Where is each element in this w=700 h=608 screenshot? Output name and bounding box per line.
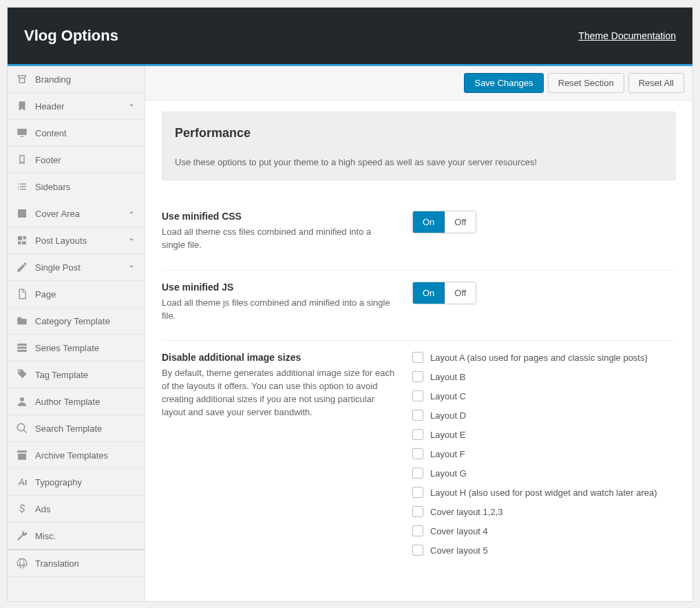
sidebar-label: Search Template [35, 423, 102, 434]
checkbox-layout-g[interactable]: Layout G [412, 468, 676, 479]
checkbox-label: Cover layout 4 [430, 526, 488, 536]
square-icon [16, 207, 28, 220]
sidebar-item-ads[interactable]: Ads [8, 496, 145, 523]
sidebar-item-typography[interactable]: Typography [8, 469, 145, 496]
checkbox-icon [412, 506, 423, 517]
toggle-minified-css[interactable]: On Off [412, 211, 476, 233]
sidebar-item-content[interactable]: Content [8, 120, 145, 147]
sidebar-label: Cover Area [35, 209, 80, 219]
checkbox-icon [412, 352, 423, 363]
checkbox-label: Cover layout 5 [430, 545, 488, 556]
options-panel: Vlog Options Theme Documentation Brandin… [7, 7, 693, 602]
checkbox-label: Layout H (also used for post widget and … [430, 488, 657, 498]
sidebar-label: Author Template [35, 397, 100, 407]
sidebar-item-tag-template[interactable]: Tag Template [8, 361, 145, 388]
section-header: Performance Use these options to put you… [162, 112, 676, 180]
documentation-link[interactable]: Theme Documentation [578, 30, 676, 41]
sidebar-label: Tag Template [35, 370, 88, 380]
checkbox-icon [412, 429, 423, 440]
checkbox-cover-5[interactable]: Cover layout 5 [412, 545, 676, 556]
sidebar-menu: Branding Header Content Footer Si [8, 66, 145, 577]
globe-icon [16, 557, 28, 569]
sidebar-label: Misc. [35, 531, 56, 541]
sidebar-item-misc[interactable]: Misc. [8, 523, 145, 549]
sidebar-item-post-layouts[interactable]: Post Layouts [8, 227, 145, 254]
checkbox-label: Layout D [430, 410, 466, 421]
sidebar-label: Header [35, 101, 65, 112]
checkbox-layout-c[interactable]: Layout C [412, 390, 676, 401]
checkbox-label: Layout F [430, 449, 465, 459]
checkbox-label: Layout B [430, 372, 465, 382]
sidebar-item-author-template[interactable]: Author Template [8, 388, 145, 415]
save-changes-button[interactable]: Save Changes [464, 73, 543, 93]
toggle-on[interactable]: On [413, 211, 445, 233]
checkbox-cover-4[interactable]: Cover layout 4 [412, 525, 676, 536]
toggle-off[interactable]: Off [445, 211, 476, 233]
checkbox-layout-d[interactable]: Layout D [412, 410, 676, 421]
bookmark-outline-icon [16, 154, 28, 166]
folder-icon [16, 315, 28, 327]
dollar-icon [16, 503, 28, 515]
action-bar: Save Changes Reset Section Reset All [145, 66, 692, 101]
page-title: Vlog Options [24, 27, 118, 45]
sidebar-label: Series Template [35, 343, 99, 353]
reset-section-button[interactable]: Reset Section [548, 73, 624, 93]
sidebar-label: Category Template [35, 316, 110, 326]
checkbox-layout-e[interactable]: Layout E [412, 429, 676, 440]
sidebar-item-series-template[interactable]: Series Template [8, 335, 145, 361]
checkbox-icon [412, 468, 423, 479]
storefront-icon [16, 73, 28, 85]
sidebar-item-sidebars[interactable]: Sidebars [8, 174, 145, 200]
sidebar-label: Post Layouts [35, 235, 87, 246]
field-description: By default, theme generates additional i… [162, 367, 396, 419]
search-icon [16, 422, 28, 434]
field-description: Load all theme js files combined and min… [162, 297, 396, 323]
pencil-icon [16, 261, 28, 273]
sidebar-item-archive-templates[interactable]: Archive Templates [8, 442, 145, 469]
sidebar-label: Typography [35, 477, 82, 488]
checkbox-icon [412, 487, 423, 498]
checkbox-icon [412, 390, 423, 401]
sidebar-item-page[interactable]: Page [8, 281, 145, 308]
section-title: Performance [175, 126, 663, 140]
content-area: Save Changes Reset Section Reset All Per… [145, 66, 692, 601]
checkbox-icon [412, 525, 423, 536]
reset-all-button[interactable]: Reset All [628, 73, 684, 93]
checkbox-layout-a[interactable]: Layout A (also used for pages and classi… [412, 352, 676, 363]
toggle-minified-js[interactable]: On Off [412, 282, 476, 304]
checkbox-layout-f[interactable]: Layout F [412, 448, 676, 459]
checkbox-layout-h[interactable]: Layout H (also used for post widget and … [412, 487, 676, 498]
field-minified-css: Use minified CSS Load all theme css file… [162, 200, 676, 271]
sidebar-label: Ads [35, 504, 50, 514]
sidebar-item-translation[interactable]: Translation [8, 549, 145, 577]
sidebar-label: Branding [35, 74, 71, 85]
checkbox-icon [412, 371, 423, 382]
chevron-down-icon [127, 208, 136, 220]
sidebar-item-single-post[interactable]: Single Post [8, 254, 145, 281]
sidebar-item-search-template[interactable]: Search Template [8, 415, 145, 442]
field-title: Use minified CSS [162, 211, 396, 222]
sidebar-item-cover-area[interactable]: Cover Area [8, 200, 145, 227]
sidebar-label: Single Post [35, 262, 81, 273]
checkbox-icon [412, 545, 423, 556]
sidebar-item-header[interactable]: Header [8, 93, 145, 120]
sidebar-item-category-template[interactable]: Category Template [8, 308, 145, 335]
checkbox-label: Cover layout 1,2,3 [430, 507, 503, 517]
checkbox-layout-b[interactable]: Layout B [412, 371, 676, 382]
checkbox-label: Layout A (also used for pages and classi… [430, 353, 648, 363]
checkbox-label: Layout C [430, 391, 466, 401]
toggle-on[interactable]: On [413, 282, 445, 304]
checkbox-cover-123[interactable]: Cover layout 1,2,3 [412, 506, 676, 517]
checkbox-label: Layout E [430, 430, 465, 440]
toggle-off[interactable]: Off [445, 282, 476, 304]
sidebar-item-branding[interactable]: Branding [8, 66, 145, 93]
checkbox-icon [412, 448, 423, 459]
chevron-down-icon [127, 101, 136, 112]
tag-icon [16, 368, 28, 381]
page-icon [16, 288, 28, 300]
settings-sidebar: Branding Header Content Footer Si [8, 66, 145, 601]
sidebar-item-footer[interactable]: Footer [8, 147, 145, 174]
wrench-icon [16, 530, 28, 542]
field-minified-js: Use minified JS Load all theme js files … [162, 271, 676, 342]
sidebar-label: Translation [35, 558, 79, 569]
